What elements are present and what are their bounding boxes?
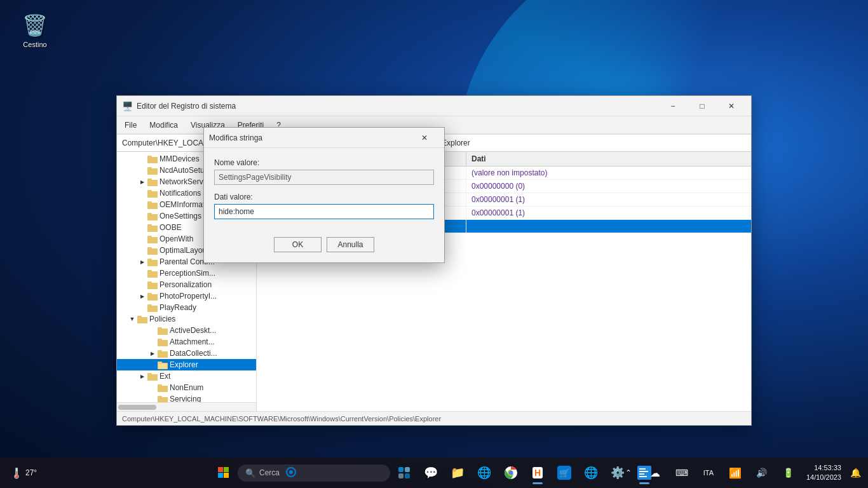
svg-rect-27 [147, 304, 152, 307]
close-button[interactable]: ✕ [717, 96, 746, 116]
keyboard-button[interactable]: ⌨ [670, 461, 693, 484]
wifi-icon: 📶 [729, 467, 742, 479]
taskbar: 🌡️ 27° 🔍 Cerca [0, 458, 868, 488]
folder-icon [158, 337, 168, 346]
tree-item-perceptionsim[interactable]: PerceptionSim... [117, 268, 256, 279]
folder-icon [147, 200, 158, 209]
modal-body: Nome valore: Dati valore: [204, 148, 444, 237]
battery-indicator[interactable]: 🔋 [777, 461, 800, 484]
notification-bell[interactable]: 🔔 [848, 465, 863, 480]
value-dati-noactivedesktop: 0x00000001 (1) [466, 193, 751, 206]
value-dati-noactivedesktop2: 0x00000001 (1) [466, 207, 751, 219]
tree-label: PlayReady [159, 303, 196, 312]
svg-rect-11 [147, 213, 152, 215]
speaker-icon: 🔊 [756, 468, 767, 478]
svg-rect-37 [158, 362, 162, 364]
overflow-button[interactable]: ⌃ [617, 461, 640, 484]
svg-point-58 [509, 471, 513, 475]
edge-button[interactable]: 🌐 [471, 460, 497, 485]
onedrive-button[interactable]: ☁ [644, 461, 667, 484]
svg-rect-38 [159, 364, 166, 369]
tree-item-ext[interactable]: ▶ Ext [117, 370, 256, 382]
arrow: ▶ [137, 291, 147, 301]
svg-rect-55 [398, 473, 403, 478]
search-bar[interactable]: 🔍 Cerca [238, 464, 390, 482]
chrome-icon [504, 466, 518, 480]
tree-item-personalization[interactable]: Personalization [117, 279, 256, 290]
time-text: 14:53:33 [806, 463, 841, 473]
store-icon: 🛒 [557, 466, 571, 480]
teams-button[interactable]: 💬 [418, 460, 444, 485]
window-controls: − □ ✕ [658, 96, 746, 116]
annulla-button[interactable]: Annulla [327, 237, 374, 252]
tree-label: OpenWith [159, 234, 193, 243]
folder-icon [147, 269, 158, 278]
tree-label: PhotoPropertyI... [159, 292, 217, 301]
volume-button[interactable]: 🔊 [750, 461, 773, 484]
folder-icon: 📁 [451, 466, 465, 480]
tree-label: Ext [159, 372, 170, 381]
tree-item-playready[interactable]: PlayReady [117, 302, 256, 313]
svg-rect-19 [147, 259, 152, 261]
arrow [137, 165, 147, 175]
file-explorer-button[interactable]: 📁 [445, 460, 470, 485]
ok-button[interactable]: OK [274, 237, 322, 252]
htnovo-icon: H [532, 467, 543, 478]
menu-modifica[interactable]: Modifica [144, 118, 183, 132]
folder-icon [147, 223, 158, 232]
tree-item-explorer[interactable]: Explorer [117, 359, 256, 370]
folder-icon [158, 326, 168, 335]
language-indicator[interactable]: ITA [697, 461, 720, 484]
menu-file[interactable]: File [119, 118, 142, 132]
search-icon: 🔍 [245, 468, 255, 478]
folder-icon [147, 177, 158, 186]
taskbar-widgets-button[interactable] [391, 460, 417, 485]
scrollbar-thumb[interactable] [118, 405, 156, 410]
edge-dev-button[interactable]: 🌐 [578, 460, 604, 485]
arrow [137, 268, 147, 278]
modal-close-button[interactable]: ✕ [410, 128, 439, 148]
svg-rect-5 [147, 179, 152, 181]
store-button[interactable]: 🛒 [552, 460, 577, 485]
svg-text:🛒: 🛒 [559, 468, 570, 478]
dati-valore-input[interactable] [214, 204, 434, 219]
svg-rect-54 [405, 467, 410, 472]
clock-display[interactable]: 14:53:33 14/10/2023 [804, 462, 844, 484]
tree-item-photoproperty[interactable]: ▶ PhotoPropertyI... [117, 290, 256, 302]
window-titlebar[interactable]: 🖥️ Editor del Registro di sistema − □ ✕ [117, 96, 751, 116]
modal-titlebar[interactable]: Modifica stringa ✕ [204, 128, 444, 148]
chevron-up-icon: ⌃ [625, 468, 632, 477]
tree-label: NcdAutoSetup [159, 166, 208, 175]
arrow [137, 234, 147, 244]
arrow: ▶ [137, 371, 147, 381]
maximize-button[interactable]: □ [688, 96, 717, 116]
taskbar-center: 🔍 Cerca 💬 📁 [211, 460, 657, 485]
tree-label: OneSettings [159, 212, 201, 220]
svg-rect-23 [147, 281, 152, 284]
arrow [137, 188, 147, 198]
start-button[interactable] [211, 460, 236, 485]
tree-item-attachment[interactable]: Attachment... [117, 336, 256, 348]
nome-valore-input[interactable] [214, 170, 434, 185]
tree-item-activedesktop[interactable]: ActiveDeskt... [117, 325, 256, 336]
tree-horizontal-scrollbar[interactable] [117, 402, 257, 411]
htnovo-button[interactable]: H [525, 460, 550, 485]
wifi-button[interactable]: 📶 [724, 461, 747, 484]
tree-item-nonenum[interactable]: NonEnum [117, 382, 256, 393]
weather-widget[interactable]: 🌡️ 27° [5, 464, 42, 482]
date-text: 14/10/2023 [806, 473, 841, 482]
widgets-icon [398, 466, 410, 479]
tree-label: MMDevices [159, 154, 200, 163]
arrow [137, 245, 147, 255]
tree-item-policies[interactable]: ▼ Policies [117, 313, 256, 325]
tree-item-datacollecti[interactable]: ▶ DataCollecti... [117, 348, 256, 359]
modal-footer: OK Annulla [204, 237, 444, 262]
nome-valore-label: Nome valore: [214, 158, 434, 167]
arrow [137, 211, 147, 221]
minimize-button[interactable]: − [658, 96, 688, 116]
chrome-button[interactable] [498, 460, 524, 485]
svg-rect-48 [224, 467, 229, 472]
recycle-bin-icon[interactable]: 🗑️ Cestino [13, 13, 57, 48]
folder-icon [137, 315, 147, 323]
folder-icon [147, 246, 158, 255]
